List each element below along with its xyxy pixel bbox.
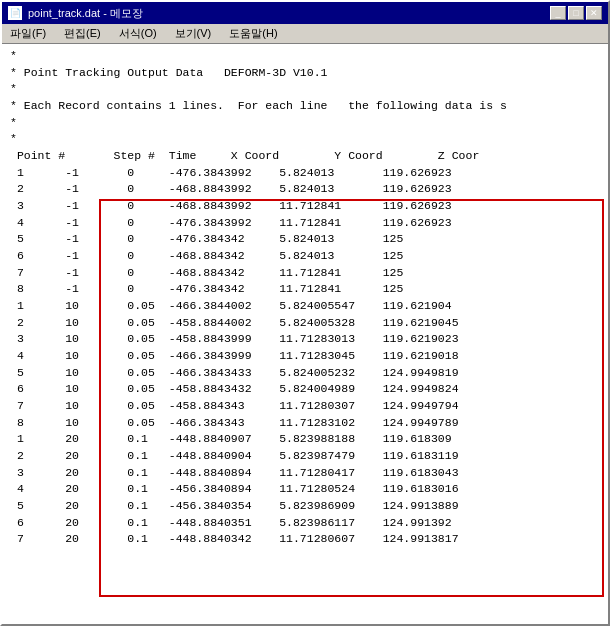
title-bar: 📄 point_track.dat - 메모장 _ □ ✕ — [2, 2, 608, 24]
title-bar-left: 📄 point_track.dat - 메모장 — [8, 6, 143, 21]
window-title: point_track.dat - 메모장 — [28, 6, 143, 21]
close-button[interactable]: ✕ — [586, 6, 602, 20]
maximize-button[interactable]: □ — [568, 6, 584, 20]
minimize-button[interactable]: _ — [550, 6, 566, 20]
menu-help[interactable]: 도움말(H) — [225, 25, 281, 42]
app-icon: 📄 — [8, 6, 22, 20]
text-content[interactable]: * * Point Tracking Output Data DEFORM-3D… — [10, 48, 600, 548]
menu-bar: 파일(F) 편집(E) 서식(O) 보기(V) 도움말(H) — [2, 24, 608, 44]
menu-view[interactable]: 보기(V) — [171, 25, 216, 42]
menu-file[interactable]: 파일(F) — [6, 25, 50, 42]
main-window: 📄 point_track.dat - 메모장 _ □ ✕ 파일(F) 편집(E… — [0, 0, 610, 626]
menu-edit[interactable]: 편집(E) — [60, 25, 105, 42]
menu-format[interactable]: 서식(O) — [115, 25, 161, 42]
content-area: * * Point Tracking Output Data DEFORM-3D… — [2, 44, 608, 624]
title-buttons: _ □ ✕ — [550, 6, 602, 20]
